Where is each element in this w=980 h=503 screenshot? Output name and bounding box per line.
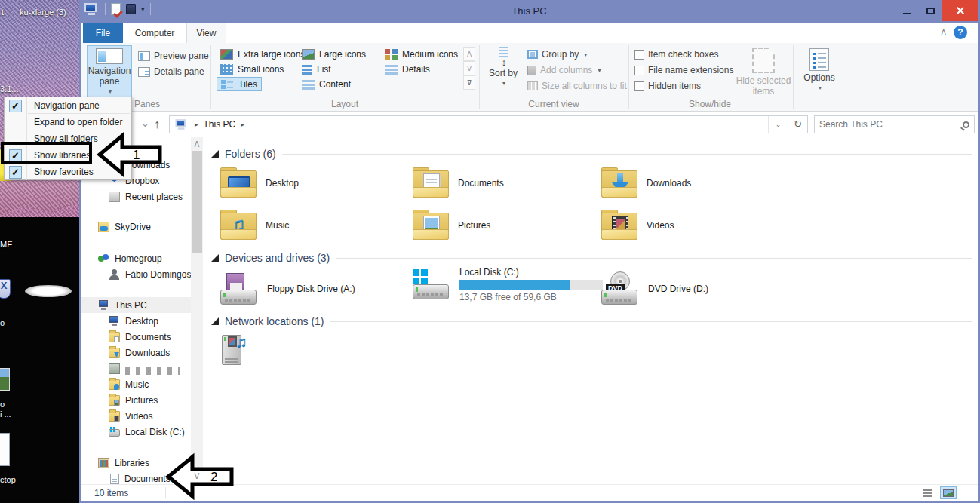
up-button[interactable]: ↑ [154, 118, 160, 131]
navigation-pane-button[interactable]: Navigation pane ▾ [87, 45, 132, 98]
desktop-icon-label[interactable]: ku-xlarge (3) [20, 8, 66, 17]
this-pc-icon [98, 300, 109, 311]
tab-computer[interactable]: Computer [123, 23, 186, 43]
desktop-document-icon[interactable] [0, 433, 10, 466]
title-bar: ▾ This PC [81, 0, 978, 23]
menu-item-expand-to-open-folder[interactable]: Expand to open folder [5, 114, 131, 130]
sidebar-item-local-disk[interactable]: Local Disk (C:) [109, 424, 185, 440]
details-view-button[interactable] [919, 486, 935, 499]
tab-file[interactable]: File [83, 23, 123, 43]
file-name-extensions-option[interactable]: File name extensions [634, 65, 733, 75]
search-box[interactable] [814, 115, 975, 133]
checkbox-icon[interactable] [634, 66, 644, 75]
scrollbar-down-icon[interactable]: ᐯ [191, 471, 203, 483]
help-icon[interactable]: ? [954, 26, 967, 39]
sidebar-item-documents[interactable]: Documents [109, 329, 171, 345]
sidebar-item-recent-places[interactable]: Recent places [109, 189, 183, 204]
collapse-ribbon-icon[interactable]: ᐱ [941, 29, 946, 37]
tile-dvd-drive[interactable]: DVD DVD Drive (D:) [600, 271, 708, 306]
forward-history-chevron-icon[interactable]: ⌄ [141, 118, 149, 129]
tile-music[interactable]: ♫ Music [219, 210, 289, 241]
add-columns-button[interactable]: Add columns ▾ [527, 65, 601, 75]
layout-overflow-button[interactable]: ⊽ [463, 75, 475, 90]
tile-media-server[interactable]: ♫ [219, 332, 260, 371]
group-header-network[interactable]: Network locations (1) [211, 314, 972, 329]
tile-downloads[interactable]: Downloads [600, 167, 691, 199]
minimize-button[interactable] [896, 0, 919, 21]
local-disk-icon [109, 429, 120, 437]
tile-local-disk[interactable]: Local Disk (C:) 13,7 GB free of 59,6 GB [411, 267, 603, 302]
music-folder-icon: ♫ [219, 210, 258, 241]
item-check-boxes-option[interactable]: Item check boxes [634, 49, 718, 60]
tab-view[interactable]: View [186, 23, 226, 43]
close-button[interactable] [942, 0, 978, 21]
tile-documents[interactable]: Documents [411, 167, 504, 199]
sidebar-item-skydrive[interactable]: SkyDrive [98, 219, 151, 235]
tile-desktop[interactable]: Desktop [219, 167, 299, 199]
hidden-items-option[interactable]: Hidden items [634, 81, 701, 91]
collapse-group-icon[interactable] [211, 254, 219, 262]
group-header-devices[interactable]: Devices and drives (3) [211, 250, 972, 265]
sidebar-item-pictures[interactable]: Pictures [109, 392, 158, 408]
desktop-icon-label-me: ME [0, 240, 13, 249]
hide-selected-items-button[interactable]: Hide selected items [736, 44, 791, 97]
scrollbar-up-icon[interactable]: ᐱ [191, 139, 203, 151]
skydrive-icon [98, 222, 109, 232]
layout-scroll-down[interactable]: ᐯ [463, 61, 475, 75]
view-list[interactable]: List [298, 62, 335, 76]
checkbox-icon[interactable] [634, 50, 644, 60]
address-bar-row: ⌄ ↑ ▸ This PC ▸ ⌄ ↻ [81, 112, 978, 137]
group-header-folders[interactable]: Folders (6) [211, 146, 972, 161]
sidebar-item-downloads[interactable]: Downloads [109, 345, 170, 360]
group-by-button[interactable]: Group by ▾ [527, 49, 587, 60]
preview-pane-button[interactable]: Preview pane [138, 51, 209, 61]
sort-by-button[interactable]: ↕ Sort by ▾ [484, 46, 523, 89]
sidebar-item-music[interactable]: Music [109, 376, 149, 392]
chevron-down-icon: ▾ [819, 83, 822, 94]
checkbox-icon[interactable] [634, 81, 644, 91]
search-icon[interactable] [963, 121, 969, 128]
tile-floppy-drive[interactable]: Floppy Disk Drive (A:) [219, 271, 355, 306]
view-large-icons[interactable]: Large icons [298, 47, 370, 61]
view-details[interactable]: Details [381, 62, 434, 76]
sidebar-item-videos[interactable]: Videos [109, 408, 152, 424]
chevron-down-icon: ▾ [598, 67, 601, 74]
scrollbar-thumb[interactable] [192, 151, 202, 253]
view-content[interactable]: Content [298, 77, 355, 91]
extra-large-icons-icon [220, 49, 233, 60]
search-input[interactable] [819, 119, 963, 130]
address-box[interactable]: ▸ This PC ▸ ⌄ ↻ [169, 115, 808, 133]
view-small-icons[interactable]: Small icons [217, 62, 287, 76]
file-list: Folders (6) Desktop Documents Downloads … [204, 137, 978, 484]
breadcrumb-this-pc[interactable]: This PC [204, 119, 236, 130]
sidebar-item-libraries[interactable]: Libraries [98, 455, 149, 471]
tile-videos[interactable]: Videos [600, 210, 674, 241]
collapse-group-icon[interactable] [211, 150, 219, 158]
collapse-group-icon[interactable] [211, 317, 219, 325]
layout-scroll-up[interactable]: ᐱ [463, 47, 475, 61]
maximize-button[interactable] [919, 0, 942, 21]
view-tiles[interactable]: Tiles [217, 77, 262, 91]
desktop-picture-icon[interactable] [0, 368, 10, 391]
view-extra-large-icons[interactable]: Extra large icons [217, 47, 309, 61]
options-button[interactable]: Options ▾ [799, 46, 840, 94]
tile-pictures[interactable]: Pictures [411, 210, 490, 241]
sidebar-item-homegroup[interactable]: Homegroup [98, 250, 162, 266]
sidebar-item-this-pc[interactable]: This PC [98, 297, 147, 313]
desktop-label-o1: o [0, 318, 5, 327]
details-pane-button[interactable]: Details pane [138, 66, 204, 77]
sidebar-scrollbar[interactable]: ᐱ ᐯ [191, 137, 203, 484]
thumbnail-view-button[interactable] [940, 486, 957, 499]
sidebar-item-censored[interactable] [109, 360, 180, 376]
view-medium-icons[interactable]: Medium icons [381, 47, 462, 61]
group-rule [282, 154, 972, 155]
items-count: 10 items [94, 488, 128, 498]
refresh-icon[interactable]: ↻ [788, 116, 807, 133]
check-icon: ✓ [9, 100, 22, 112]
menu-item-navigation-pane[interactable]: ✓ Navigation pane [5, 97, 131, 114]
sidebar-item-homegroup-user[interactable]: Fábio Domingos [109, 266, 191, 282]
sidebar-item-desktop[interactable]: Desktop [109, 313, 158, 329]
desktop-shield-icon[interactable]: X [0, 279, 11, 299]
size-all-columns-button[interactable]: Size all columns to fit [527, 81, 627, 91]
address-dropdown-icon[interactable]: ⌄ [768, 116, 788, 133]
